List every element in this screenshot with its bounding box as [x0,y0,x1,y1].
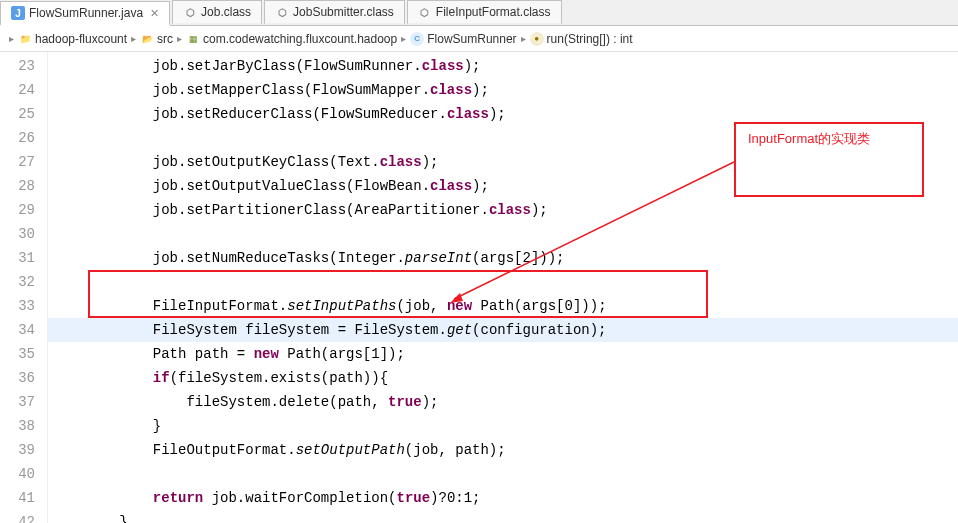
code-line: job.setNumReduceTasks(Integer.parseInt(a… [48,246,958,270]
line-number: 36 [0,366,47,390]
breadcrumb-class[interactable]: C FlowSumRunner [410,32,516,46]
line-number: 26 [0,126,47,150]
chevron-right-icon: ▸ [521,33,526,44]
line-number: 29 [0,198,47,222]
code-line [48,462,958,486]
tab-label: FileInputFormat.class [436,5,551,19]
line-number: 42 [0,510,47,523]
code-line: if(fileSystem.exists(path)){ [48,366,958,390]
tab-flowsumrunner[interactable]: J FlowSumRunner.java ✕ [0,1,170,26]
code-editor[interactable]: 2324252627282930313233343536373839404142… [0,52,958,523]
editor-tabs: J FlowSumRunner.java ✕ ⬡ Job.class ⬡ Job… [0,0,958,26]
code-content[interactable]: job.setJarByClass(FlowSumRunner.class); … [48,52,958,523]
breadcrumb-src[interactable]: 📂 src [140,32,173,46]
tab-jobsubmitter[interactable]: ⬡ JobSubmitter.class [264,0,405,25]
breadcrumb-package[interactable]: ▦ com.codewatching.fluxcount.hadoop [186,32,397,46]
tab-fileinputformat[interactable]: ⬡ FileInputFormat.class [407,0,562,25]
code-line: job.setPartitionerClass(AreaPartitioner.… [48,198,958,222]
line-number: 33 [0,294,47,318]
code-line: job.setJarByClass(FlowSumRunner.class); [48,54,958,78]
tab-job[interactable]: ⬡ Job.class [172,0,262,25]
line-number: 28 [0,174,47,198]
tab-label: JobSubmitter.class [293,5,394,19]
java-file-icon: J [11,6,25,20]
close-icon[interactable]: ✕ [150,7,159,20]
class-file-icon: ⬡ [418,5,432,19]
code-line: } [48,414,958,438]
annotation-label: InputFormat的实现类 [748,130,870,148]
tab-label: Job.class [201,5,251,19]
code-line-current: FileSystem fileSystem = FileSystem.get(c… [48,318,958,342]
line-number: 23 [0,54,47,78]
line-number: 25 [0,102,47,126]
breadcrumb: ▸ 📁 hadoop-fluxcount ▸ 📂 src ▸ ▦ com.cod… [0,26,958,52]
line-number: 30 [0,222,47,246]
source-folder-icon: 📂 [140,32,154,46]
code-line: FileInputFormat.setInputPaths(job, new P… [48,294,958,318]
chevron-right-icon: ▸ [131,33,136,44]
line-number: 38 [0,414,47,438]
line-number: 37 [0,390,47,414]
line-number: 24 [0,78,47,102]
code-line [48,270,958,294]
breadcrumb-method[interactable]: ● run(String[]) : int [530,32,633,46]
code-line: return job.waitForCompletion(true)?0:1; [48,486,958,510]
line-number: 31 [0,246,47,270]
project-icon: 📁 [18,32,32,46]
chevron-right-icon: ▸ [177,33,182,44]
code-line: fileSystem.delete(path, true); [48,390,958,414]
line-number: 39 [0,438,47,462]
line-number: 34 [0,318,47,342]
code-line: job.setOutputValueClass(FlowBean.class); [48,174,958,198]
line-number-gutter: 2324252627282930313233343536373839404142 [0,52,48,523]
line-number: 35 [0,342,47,366]
chevron-right-icon: ▸ [9,33,14,44]
line-number: 32 [0,270,47,294]
code-line: Path path = new Path(args[1]); [48,342,958,366]
line-number: 27 [0,150,47,174]
method-icon: ● [530,32,544,46]
code-line: job.setOutputKeyClass(Text.class); [48,150,958,174]
code-line: } [48,510,958,523]
code-line: job.setMapperClass(FlowSumMapper.class); [48,78,958,102]
package-icon: ▦ [186,32,200,46]
class-file-icon: ⬡ [275,5,289,19]
breadcrumb-project[interactable]: 📁 hadoop-fluxcount [18,32,127,46]
line-number: 40 [0,462,47,486]
code-line: job.setReducerClass(FlowSumReducer.class… [48,102,958,126]
code-line: FileOutputFormat.setOutputPath(job, path… [48,438,958,462]
class-icon: C [410,32,424,46]
chevron-right-icon: ▸ [401,33,406,44]
tab-label: FlowSumRunner.java [29,6,143,20]
line-number: 41 [0,486,47,510]
class-file-icon: ⬡ [183,5,197,19]
code-line [48,222,958,246]
